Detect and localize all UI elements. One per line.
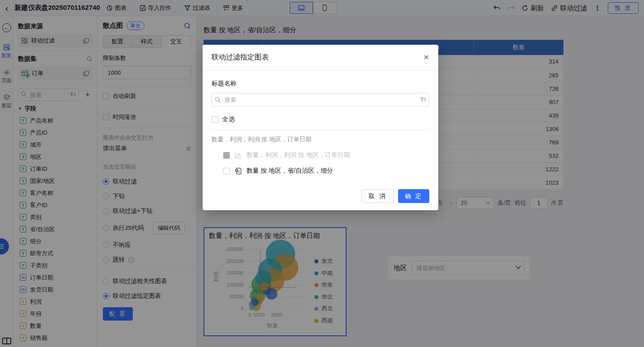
linkage-target-modal: 联动过滤指定图表 ✕ 标题名称 TT 全选 数量，利润，利润 按 地区，订单日期…: [203, 45, 438, 210]
chart-group-label: 数量，利润，利润 按 地区，订单日期: [212, 135, 429, 144]
search-icon: [215, 97, 221, 103]
checkbox-unchecked: [212, 116, 218, 123]
cancel-button[interactable]: 取 消: [361, 189, 394, 203]
chart-option-self: 数量，利润，利润 按 地区，订单日期: [223, 151, 429, 159]
table-chart-icon: [234, 167, 242, 175]
checkbox-disabled: [223, 152, 230, 159]
text-case-icon[interactable]: TT: [420, 96, 426, 103]
title-name-label: 标题名称: [212, 80, 429, 88]
scatter-chart-icon: [234, 152, 242, 159]
dashboard-editor: ‹ 新建仪表盘20250701162740 图表 导入控件 过滤器 更多: [0, 0, 644, 347]
modal-title: 联动过滤指定图表: [212, 53, 269, 62]
modal-search: TT: [212, 93, 429, 106]
select-all-checkbox[interactable]: 全选: [212, 115, 429, 123]
close-icon[interactable]: ✕: [424, 53, 429, 62]
chart-option-table[interactable]: 数量 按 地区，省/自治区，细分: [223, 167, 429, 175]
checkbox-unchecked: [223, 168, 230, 174]
divider: [212, 130, 429, 130]
modal-search-input[interactable]: [212, 93, 429, 106]
confirm-button[interactable]: 确 定: [398, 189, 429, 203]
